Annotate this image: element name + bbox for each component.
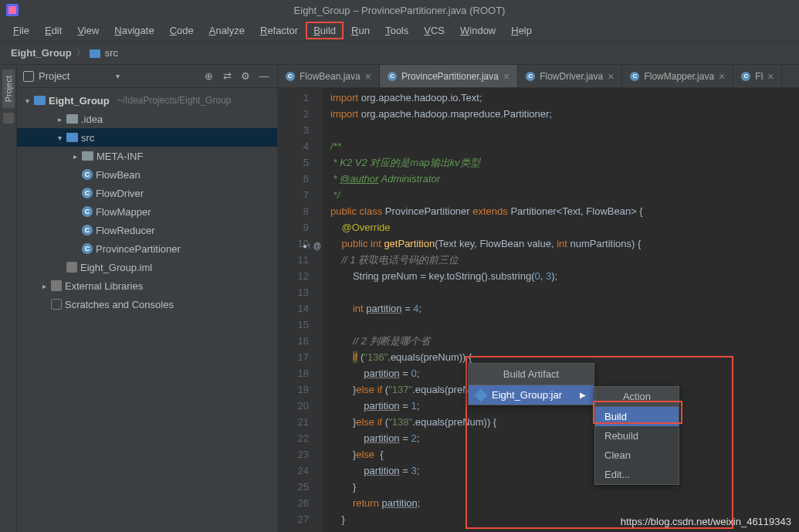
project-label[interactable]: Project — [39, 70, 111, 82]
tab-flowmapper-java[interactable]: CFlowMapper.java× — [622, 65, 733, 87]
class-icon: C — [526, 72, 535, 81]
tree-item-external-libraries[interactable]: ▸External Libraries — [17, 276, 277, 295]
menu-view[interactable]: View — [70, 22, 106, 39]
menu-analyze[interactable]: Analyze — [202, 22, 252, 39]
locate-icon[interactable]: ⊕ — [201, 69, 215, 83]
close-icon[interactable]: × — [365, 70, 371, 83]
folder-icon — [90, 49, 100, 58]
gear-icon[interactable]: ⚙ — [239, 69, 252, 83]
action-menu[interactable]: Action BuildRebuildCleanEdit... — [594, 386, 679, 485]
expand-icon[interactable]: ⇄ — [220, 69, 234, 83]
code-body[interactable]: import org.apache.hadoop.io.Text; import… — [323, 88, 799, 532]
action-clean[interactable]: Clean — [595, 446, 679, 465]
menu-header: Build Artifact — [469, 364, 594, 385]
hide-icon[interactable]: — — [257, 69, 271, 83]
editor-area: CFlowBean.java×CProvincePartitioner.java… — [278, 65, 799, 532]
tab-fl[interactable]: CFl× — [733, 65, 782, 87]
artifact-item[interactable]: Eight_Group:jar ▶ — [469, 385, 594, 405]
class-icon: C — [286, 72, 295, 81]
close-icon[interactable]: × — [608, 70, 614, 83]
menu-run[interactable]: Run — [344, 22, 377, 39]
tree-item--idea[interactable]: ▸.idea — [17, 110, 277, 128]
tree-item-flowbean[interactable]: CFlowBean — [17, 165, 277, 184]
tree-item-scratches-and-consoles[interactable]: Scratches and Consoles — [17, 295, 277, 313]
menu-bar: FileEditViewNavigateCodeAnalyzeRefactorB… — [0, 20, 799, 42]
close-icon[interactable]: × — [719, 70, 725, 83]
tree-item-flowreducer[interactable]: CFlowReducer — [17, 221, 277, 239]
dropdown-icon[interactable]: ▾ — [116, 72, 120, 80]
class-icon: C — [630, 72, 639, 81]
breadcrumb-folder[interactable]: src — [105, 47, 118, 59]
project-panel-header: Project ▾ ⊕ ⇄ ⚙ — — [17, 65, 277, 88]
tree-item-flowdriver[interactable]: CFlowDriver — [17, 184, 277, 202]
build-artifact-menu[interactable]: Build Artifact Eight_Group:jar ▶ — [468, 363, 594, 405]
project-panel: Project ▾ ⊕ ⇄ ⚙ — ▾Eight_Group~/IdeaProj… — [17, 65, 278, 532]
tree-item-src[interactable]: ▾src — [17, 128, 277, 147]
class-icon: C — [741, 72, 750, 81]
breadcrumb-bar: Eight_Group 〉 src — [0, 42, 799, 65]
class-icon: C — [388, 72, 397, 81]
tree-item-provincepartitioner[interactable]: CProvincePartitioner — [17, 239, 277, 258]
tab-flowdriver-java[interactable]: CFlowDriver.java× — [518, 65, 622, 87]
action-menu-header: Action — [595, 387, 679, 407]
menu-navigate[interactable]: Navigate — [107, 22, 161, 39]
structure-tool-icon[interactable] — [3, 113, 14, 124]
chevron-right-icon: 〉 — [76, 47, 85, 59]
tree-item-flowmapper[interactable]: CFlowMapper — [17, 202, 277, 221]
tree-root[interactable]: ▾Eight_Group~/IdeaProjects/Eight_Group — [17, 91, 277, 110]
tab-flowbean-java[interactable]: CFlowBean.java× — [278, 65, 380, 87]
tree-item-meta-inf[interactable]: ▸META-INF — [17, 147, 277, 165]
tree-item-eight-group-iml[interactable]: Eight_Group.iml — [17, 258, 277, 276]
code-editor[interactable]: 12345678910●↑ @1112131415161718192021222… — [278, 88, 799, 532]
menu-window[interactable]: Window — [453, 22, 503, 39]
tab-provincepartitioner-java[interactable]: CProvincePartitioner.java× — [380, 65, 518, 87]
menu-help[interactable]: Help — [504, 22, 539, 39]
tool-window-strip: Project — [0, 65, 17, 532]
artifact-label: Eight_Group:jar — [492, 389, 562, 401]
gutter: 12345678910●↑ @1112131415161718192021222… — [278, 88, 323, 532]
editor-tabs: CFlowBean.java×CProvincePartitioner.java… — [278, 65, 799, 88]
artifact-icon — [475, 388, 488, 402]
submenu-arrow-icon: ▶ — [580, 391, 586, 399]
close-icon[interactable]: × — [503, 70, 510, 83]
breadcrumb-project[interactable]: Eight_Group — [11, 47, 72, 59]
menu-tools[interactable]: Tools — [378, 22, 415, 39]
menu-code[interactable]: Code — [163, 22, 201, 39]
app-logo-icon — [6, 4, 19, 16]
menu-build[interactable]: Build — [306, 22, 343, 39]
window-title: Eight_Group – ProvincePartitioner.java (… — [294, 5, 506, 16]
menu-file[interactable]: File — [6, 22, 36, 39]
menu-edit[interactable]: Edit — [38, 22, 69, 39]
title-bar: Eight_Group – ProvincePartitioner.java (… — [0, 0, 799, 20]
action-build[interactable]: Build — [595, 407, 679, 426]
watermark-text: https://blog.csdn.net/weixin_46119343 — [621, 516, 791, 527]
action-edit[interactable]: Edit... — [595, 465, 679, 484]
project-tree[interactable]: ▾Eight_Group~/IdeaProjects/Eight_Group▸.… — [17, 88, 277, 532]
project-tool-tab[interactable]: Project — [2, 69, 15, 108]
menu-refactor[interactable]: Refactor — [253, 22, 305, 39]
action-rebuild[interactable]: Rebuild — [595, 426, 679, 446]
project-icon — [23, 71, 34, 82]
close-icon[interactable]: × — [767, 70, 774, 83]
menu-vcs[interactable]: VCS — [417, 22, 452, 39]
